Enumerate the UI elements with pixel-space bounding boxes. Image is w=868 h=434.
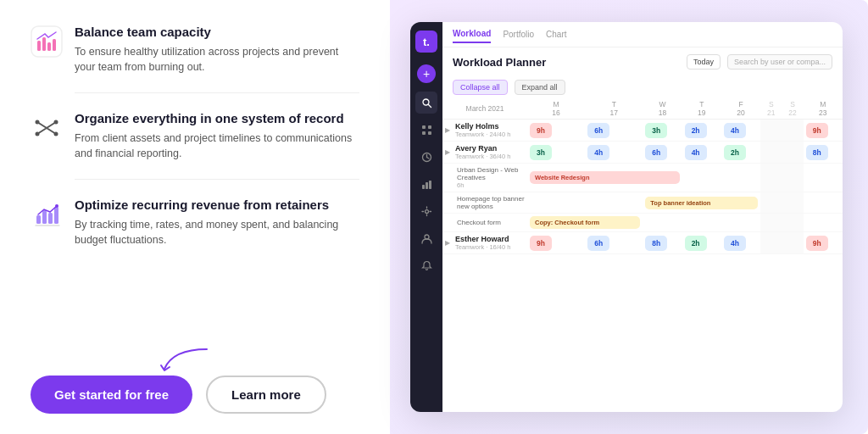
add-button-sidebar[interactable]: + [417,64,436,83]
tab-portfolio[interactable]: Portfolio [503,30,534,42]
learn-more-button[interactable]: Learn more [206,376,326,414]
svg-rect-11 [48,213,53,224]
tab-chart[interactable]: Chart [546,30,566,42]
sidebar-icon-user[interactable] [415,227,437,249]
day-col-5: S 21 [760,98,782,120]
svg-rect-12 [54,207,58,224]
cell-k-1: 6h [585,120,643,142]
month-header: March 2021 [442,98,527,120]
sidebar-icon-grid[interactable] [415,119,437,141]
cell-a-0: 3h [527,142,585,164]
chart-bar-icon [31,198,63,231]
cell-e-5 [760,232,782,254]
svg-line-15 [428,104,431,107]
app-main: Workload Portfolio Chart Workload Planne… [442,22,843,412]
task-empty-10 [804,192,843,214]
svg-point-13 [55,204,58,208]
app-sidebar: t. + [410,22,442,412]
sidebar-icon-settings[interactable] [415,200,437,222]
today-button[interactable]: Today [687,54,721,70]
task-empty-5 [804,164,843,192]
day-col-1: T 17 [585,98,643,120]
day-col-6: S 22 [782,98,803,120]
row-expand-esther[interactable]: ▶ [445,239,452,247]
get-started-button[interactable]: Get started for free [31,376,192,414]
cta-arrow [156,345,215,379]
sidebar-icon-clock[interactable] [415,146,437,168]
day-col-0: M 16 [527,98,585,120]
task-bar-cell-3: Copy: Checkout form [527,214,643,232]
cell-k-2: 3h [643,120,682,142]
cell-e-0: 9h [527,232,585,254]
planner-table: March 2021 M 16 T 17 [442,98,843,254]
calendar-controls: Collapse all Expand all [442,76,843,98]
sidebar-icon-chart[interactable] [415,173,437,195]
svg-line-22 [426,157,429,159]
svg-rect-18 [422,131,426,135]
svg-rect-9 [36,215,41,224]
task-empty-14 [760,214,782,232]
task-empty-6 [527,192,585,214]
task-empty-4 [782,164,803,192]
table-row: ▶ Avery Ryan Teamwork · 36/40 h 3h 4h [442,142,843,164]
task-empty-9 [782,192,803,214]
task-empty-16 [804,214,843,232]
feature-optimize-title: Optimize recurring revenue from retainer… [75,197,359,214]
task-empty-1 [682,164,721,192]
svg-point-14 [423,99,429,105]
expand-all-button[interactable]: Expand all [515,80,565,95]
user-name-cell: ▶ Kelly Holms Teamwork · 24/40 h [442,120,527,142]
task-empty-11 [643,214,682,232]
cell-e-3: 2h [682,232,721,254]
day-col-4: F 20 [721,98,760,120]
cell-a-2: 6h [643,142,682,164]
feature-organize-text: Organize everything in one system of rec… [75,110,359,162]
cell-k-4: 4h [721,120,760,142]
feature-balance: Balance team capacity To ensure healthy … [31,24,359,75]
search-box[interactable]: Search by user or compa... [727,54,832,70]
app-window: t. + [410,22,843,412]
app-topbar: Workload Portfolio Chart [442,22,843,47]
feature-optimize: Optimize recurring revenue from retainer… [31,197,359,248]
svg-rect-2 [42,37,46,51]
arrows-cross-icon [31,112,63,144]
tab-workload[interactable]: Workload [453,29,491,43]
task-empty-2 [721,164,760,192]
user-name-cell-esther: ▶ Esther Howard Teamwork · 16/40 h [442,232,527,254]
svg-rect-4 [53,39,56,51]
feature-organize: Organize everything in one system of rec… [31,110,359,162]
task-name-cell-2: Homepage top banner new options [442,192,527,214]
collapse-all-button[interactable]: Collapse all [453,80,508,95]
task-bar-cell-2: Top banner ideation [643,192,760,214]
task-empty-3 [760,164,782,192]
row-expand-kelly[interactable]: ▶ [445,126,452,134]
task-empty-12 [682,214,721,232]
cell-k-7: 9h [804,120,843,142]
sidebar-icon-bell[interactable] [415,254,437,276]
feature-optimize-desc: By tracking time, rates, and money spent… [75,217,359,249]
table-row: ▶ Kelly Holms Teamwork · 24/40 h 9h 6h [442,120,843,142]
svg-rect-0 [31,26,62,57]
sidebar-icon-search[interactable] [415,92,437,114]
table-row: Homepage top banner new options Top bann… [442,192,843,214]
features-list: Balance team capacity To ensure healthy … [31,24,359,248]
cell-a-5 [760,142,782,164]
calendar-area: Collapse all Expand all March 2021 M [442,76,843,412]
svg-rect-19 [428,131,431,135]
task-name-cell-3: Checkout form [442,214,527,232]
cell-a-7: 8h [804,142,843,164]
feature-organize-desc: From client assets and project timelines… [75,131,359,163]
row-expand-avery[interactable]: ▶ [445,148,452,156]
feature-organize-title: Organize everything in one system of rec… [75,110,359,127]
cell-e-1: 6h [585,232,643,254]
page-title: Workload Planner [453,56,546,69]
feature-balance-title: Balance team capacity [75,24,359,41]
task-empty-15 [782,214,803,232]
cell-e-2: 8h [643,232,682,254]
svg-rect-16 [422,125,426,129]
day-col-3: T 19 [682,98,721,120]
calendar-grid: March 2021 M 16 T 17 [442,98,843,412]
svg-point-27 [425,235,429,239]
cell-e-6 [782,232,803,254]
cell-k-0: 9h [527,120,585,142]
